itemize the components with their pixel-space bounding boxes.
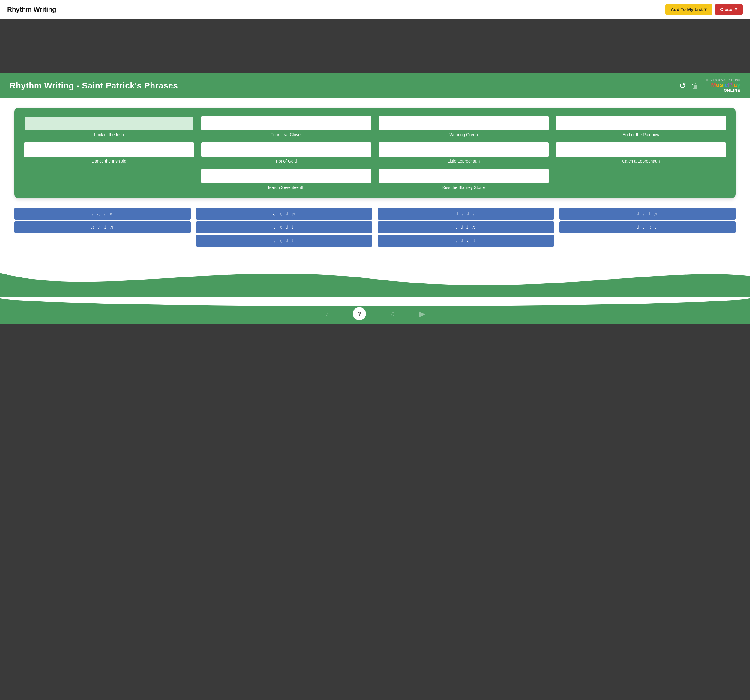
rhythm-btn-4-2[interactable]: ♩ ♩ ♫ ♩ bbox=[559, 221, 736, 233]
phrase-cell-dance-jig: Dance the Irish Jig bbox=[24, 143, 194, 163]
logo-online: ONLINE bbox=[724, 88, 741, 93]
reset-icon[interactable]: ↺ bbox=[679, 81, 686, 91]
phrase-label-four-leaf: Four Leaf Clover bbox=[270, 132, 302, 137]
add-to-list-button[interactable]: Add To My List ▾ bbox=[665, 4, 712, 15]
app-title: Rhythm Writing bbox=[7, 6, 56, 14]
trash-icon[interactable]: 🗑 bbox=[692, 81, 699, 90]
phrase-cell-four-leaf: Four Leaf Clover bbox=[201, 116, 371, 137]
phrase-cell-wearing-green: Wearing Green bbox=[379, 116, 549, 137]
phrase-cell-pot-gold: Pot of Gold bbox=[201, 143, 371, 163]
phrase-label-luck-irish: Luck of the Irish bbox=[94, 132, 124, 137]
header-controls: ↺ 🗑 THEMES & VARIATIONS MusicPlay ONLINE bbox=[679, 78, 741, 93]
phrase-box-catch-lep[interactable] bbox=[556, 143, 726, 157]
phrase-label-march-17: March Seventeenth bbox=[268, 185, 304, 190]
add-to-list-label: Add To My List bbox=[671, 7, 702, 12]
phrase-cell-kiss-blarney: Kiss the Blarney Stone bbox=[379, 169, 549, 190]
phrase-cell-little-lep: Little Leprechaun bbox=[379, 143, 549, 163]
close-label: Close bbox=[720, 7, 732, 12]
chevron-down-icon: ▾ bbox=[704, 7, 707, 12]
phrase-cell-end-rainbow: End of the Rainbow bbox=[556, 116, 726, 137]
video-area bbox=[0, 19, 750, 73]
rhythm-buttons-area: ♩ ♫ ♩ ♬ ♫ ♫ ♩ ♬ ♫ ♫ ♩ ♬ ♩ ♫ ♩ ♩ ♩ ♫ ♩ ♩ … bbox=[14, 208, 736, 247]
rhythm-btn-3-1[interactable]: ♩ ♩ ♩ ♩ bbox=[378, 208, 554, 220]
phrase-box-wearing-green[interactable] bbox=[379, 116, 549, 130]
phrase-cell-catch-lep: Catch a Leprechaun bbox=[556, 143, 726, 163]
phrase-box-four-leaf[interactable] bbox=[201, 116, 371, 130]
rhythm-btn-2-1[interactable]: ♫ ♫ ♩ ♬ bbox=[196, 208, 373, 220]
rhythm-btn-4-1[interactable]: ♩ ♩ ♩ ♬ bbox=[559, 208, 736, 220]
phrase-box-dance-jig[interactable] bbox=[24, 143, 194, 157]
phrase-label-little-lep: Little Leprechaun bbox=[447, 159, 480, 163]
phrase-label-kiss-blarney: Kiss the Blarney Stone bbox=[443, 185, 485, 190]
main-content: Luck of the Irish Four Leaf Clover Weari… bbox=[0, 98, 750, 261]
musicplay-logo: THEMES & VARIATIONS MusicPlay ONLINE bbox=[704, 78, 741, 93]
phrase-label-end-rainbow: End of the Rainbow bbox=[622, 132, 659, 137]
phrase-box-end-rainbow[interactable] bbox=[556, 116, 726, 130]
phrase-label-dance-jig: Dance the Irish Jig bbox=[92, 159, 127, 163]
phrase-box-kiss-blarney[interactable] bbox=[379, 169, 549, 183]
logo-themes-text: THEMES & VARIATIONS bbox=[704, 78, 741, 81]
footer-arrow-right[interactable]: ▶ bbox=[419, 309, 425, 319]
rhythm-col-1: ♩ ♫ ♩ ♬ ♫ ♫ ♩ ♬ bbox=[14, 208, 191, 247]
rhythm-btn-1-2[interactable]: ♫ ♫ ♩ ♬ bbox=[14, 221, 191, 233]
footer-note-left: ♪ bbox=[325, 309, 329, 319]
phrase-cell-march-17: March Seventeenth bbox=[201, 169, 371, 190]
help-button[interactable]: ? bbox=[353, 307, 366, 320]
rhythm-col-2: ♫ ♫ ♩ ♬ ♩ ♫ ♩ ♩ ♩ ♫ ♩ ♩ bbox=[196, 208, 373, 247]
logo-brand: MusicPlay bbox=[711, 81, 741, 88]
phrase-label-pot-gold: Pot of Gold bbox=[276, 159, 297, 163]
phrase-box-pot-gold[interactable] bbox=[201, 143, 371, 157]
rhythm-btn-2-2[interactable]: ♩ ♫ ♩ ♩ bbox=[196, 221, 373, 233]
rhythm-btn-3-2[interactable]: ♩ ♩ ♩ ♬ bbox=[378, 221, 554, 233]
bottom-dark-area bbox=[0, 324, 750, 378]
phrase-label-wearing-green: Wearing Green bbox=[449, 132, 478, 137]
activity-title: Rhythm Writing - Saint Patrick's Phrases bbox=[9, 81, 178, 91]
rhythm-col-3: ♩ ♩ ♩ ♩ ♩ ♩ ♩ ♬ ♩ ♩ ♫ ♩ bbox=[378, 208, 554, 247]
phrase-box-luck-irish[interactable] bbox=[24, 116, 194, 130]
footer-content: ♪ ? ♫ ▶ bbox=[0, 297, 750, 324]
wave-divider bbox=[0, 260, 750, 298]
phrase-box-little-lep[interactable] bbox=[379, 143, 549, 157]
top-navigation: Rhythm Writing Add To My List ▾ Close ✕ bbox=[0, 0, 750, 19]
footer-green: ♪ ? ♫ ▶ bbox=[0, 297, 750, 324]
footer-note-right: ♫ bbox=[390, 310, 395, 318]
phrase-grid: Luck of the Irish Four Leaf Clover Weari… bbox=[24, 116, 726, 190]
phrase-box-march-17[interactable] bbox=[201, 169, 371, 183]
phrase-cell-luck-irish: Luck of the Irish bbox=[24, 116, 194, 137]
rhythm-btn-3-3[interactable]: ♩ ♩ ♫ ♩ bbox=[378, 235, 554, 247]
rhythm-col-4: ♩ ♩ ♩ ♬ ♩ ♩ ♫ ♩ bbox=[559, 208, 736, 247]
activity-header: Rhythm Writing - Saint Patrick's Phrases… bbox=[0, 73, 750, 98]
nav-actions: Add To My List ▾ Close ✕ bbox=[665, 4, 743, 15]
phrase-label-catch-lep: Catch a Leprechaun bbox=[622, 159, 660, 163]
phrase-container: Luck of the Irish Four Leaf Clover Weari… bbox=[14, 107, 736, 198]
close-button[interactable]: Close ✕ bbox=[715, 4, 743, 15]
close-x-icon: ✕ bbox=[734, 7, 738, 12]
rhythm-btn-2-3[interactable]: ♩ ♫ ♩ ♩ bbox=[196, 235, 373, 247]
rhythm-btn-1-1[interactable]: ♩ ♫ ♩ ♬ bbox=[14, 208, 191, 220]
